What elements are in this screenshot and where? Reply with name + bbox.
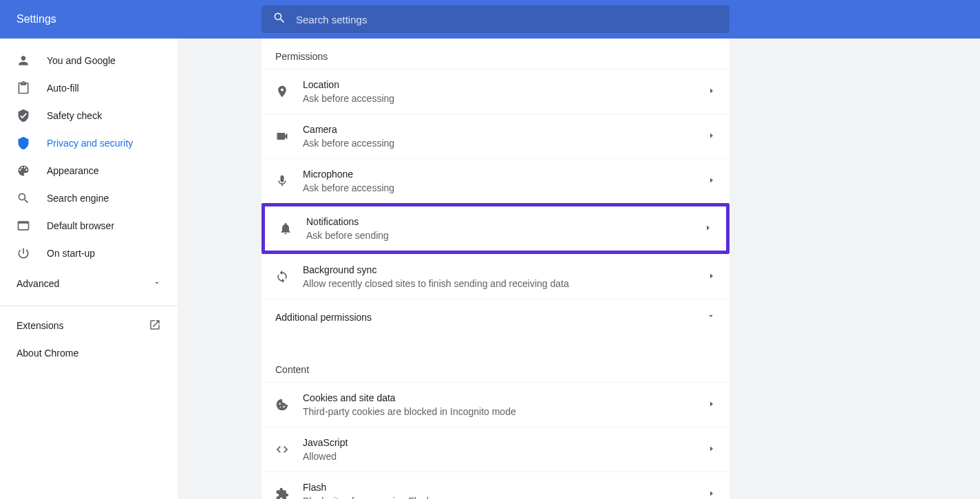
- row-cookies[interactable]: Cookies and site data Third-party cookie…: [262, 382, 729, 427]
- row-subtitle: Allow recently closed sites to finish se…: [303, 277, 707, 290]
- chevron-right-icon: [704, 222, 712, 235]
- search-icon: [17, 191, 30, 205]
- sidebar-item-autofill[interactable]: Auto-fill: [0, 74, 178, 102]
- sidebar-item-safety-check[interactable]: Safety check: [0, 102, 178, 129]
- row-subtitle: Third-party cookies are blocked in Incog…: [303, 405, 707, 418]
- sidebar-item-label: Appearance: [47, 165, 99, 176]
- row-subtitle: Allowed: [303, 449, 707, 463]
- row-javascript[interactable]: JavaScript Allowed: [262, 427, 729, 471]
- row-background-sync[interactable]: Background sync Allow recently closed si…: [262, 254, 729, 299]
- browser-icon: [17, 219, 30, 233]
- row-title: Camera: [303, 123, 707, 136]
- row-subtitle: Block sites from running Flash: [303, 494, 707, 499]
- chevron-right-icon: [707, 443, 716, 456]
- sidebar-item-label: Search engine: [47, 193, 109, 204]
- sidebar-item-label: On start-up: [47, 248, 95, 259]
- row-location[interactable]: Location Ask before accessing: [262, 69, 729, 114]
- row-title: Flash: [303, 480, 707, 494]
- bell-icon: [279, 222, 292, 235]
- chevron-right-icon: [707, 85, 716, 98]
- sidebar-item-you-and-google[interactable]: You and Google: [0, 47, 178, 74]
- row-flash[interactable]: Flash Block sites from running Flash: [262, 471, 729, 499]
- sidebar-about-chrome[interactable]: About Chrome: [0, 339, 178, 367]
- sidebar-extensions[interactable]: Extensions: [0, 312, 178, 339]
- chevron-right-icon: [707, 488, 716, 499]
- content-heading: Content: [262, 352, 729, 382]
- shield-check-icon: [17, 109, 30, 123]
- header-title: Settings: [17, 13, 56, 25]
- power-icon: [17, 246, 30, 260]
- chevron-down-icon: [706, 311, 716, 323]
- code-icon: [275, 443, 289, 456]
- extensions-label: Extensions: [17, 320, 63, 331]
- search-container[interactable]: [262, 6, 729, 33]
- row-title: Microphone: [303, 167, 707, 181]
- permissions-heading: Permissions: [262, 39, 729, 69]
- row-subtitle: Ask before accessing: [303, 92, 707, 105]
- additional-permissions-label: Additional permissions: [275, 310, 706, 324]
- row-title: Cookies and site data: [303, 391, 707, 405]
- sidebar-item-label: Default browser: [47, 220, 114, 231]
- settings-panel: Permissions Location Ask before accessin…: [262, 39, 729, 499]
- about-label: About Chrome: [17, 348, 78, 359]
- row-subtitle: Ask before sending: [306, 229, 704, 242]
- sidebar-item-appearance[interactable]: Appearance: [0, 157, 178, 184]
- main-content: Permissions Location Ask before accessin…: [178, 39, 980, 499]
- sidebar-advanced[interactable]: Advanced: [0, 267, 178, 300]
- row-notifications[interactable]: Notifications Ask before sending: [262, 203, 729, 254]
- palette-icon: [17, 164, 30, 178]
- chevron-right-icon: [707, 130, 716, 142]
- sidebar-item-label: Privacy and security: [47, 138, 133, 149]
- chevron-right-icon: [707, 270, 716, 283]
- person-icon: [17, 54, 30, 67]
- row-title: Location: [303, 78, 707, 92]
- search-icon: [273, 11, 296, 28]
- sidebar: You and Google Auto-fill Safety check Pr…: [0, 39, 178, 499]
- sidebar-item-label: You and Google: [47, 55, 116, 66]
- chevron-down-icon: [153, 278, 161, 289]
- sidebar-item-label: Safety check: [47, 110, 102, 121]
- advanced-label: Advanced: [17, 278, 59, 289]
- row-title: JavaScript: [303, 436, 707, 449]
- row-microphone[interactable]: Microphone Ask before accessing: [262, 158, 729, 203]
- puzzle-icon: [275, 487, 289, 499]
- camera-icon: [275, 129, 289, 143]
- sidebar-item-privacy-security[interactable]: Privacy and security: [0, 129, 178, 157]
- sidebar-item-on-startup[interactable]: On start-up: [0, 240, 178, 267]
- clipboard-icon: [17, 81, 30, 95]
- shield-icon: [17, 136, 30, 150]
- cookie-icon: [275, 398, 289, 412]
- sidebar-item-label: Auto-fill: [47, 83, 79, 94]
- row-additional-permissions[interactable]: Additional permissions: [262, 299, 729, 335]
- microphone-icon: [275, 174, 289, 188]
- sidebar-item-default-browser[interactable]: Default browser: [0, 212, 178, 240]
- row-camera[interactable]: Camera Ask before accessing: [262, 114, 729, 158]
- sidebar-item-search-engine[interactable]: Search engine: [0, 184, 178, 212]
- divider: [0, 306, 178, 306]
- search-input[interactable]: [296, 14, 718, 25]
- sync-icon: [275, 270, 289, 284]
- open-external-icon: [149, 319, 161, 333]
- chevron-right-icon: [707, 175, 716, 187]
- row-subtitle: Ask before accessing: [303, 181, 707, 195]
- row-title: Background sync: [303, 263, 707, 277]
- chevron-right-icon: [707, 399, 716, 411]
- app-header: Settings: [0, 0, 980, 39]
- row-title: Notifications: [306, 215, 704, 229]
- row-subtitle: Ask before accessing: [303, 136, 707, 150]
- location-icon: [275, 85, 289, 98]
